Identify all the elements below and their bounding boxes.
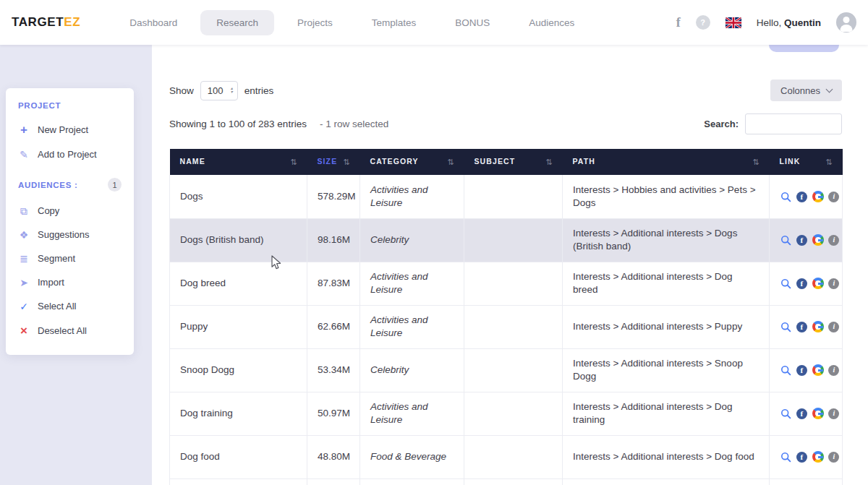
column-header-category[interactable]: CATEGORY⇅ (360, 149, 464, 175)
info-icon[interactable]: i (828, 322, 839, 332)
sidebar-item-suggestions[interactable]: ❖ Suggestions (6, 223, 134, 246)
sidebar-item-add-to-project[interactable]: ✎ Add to Project (6, 142, 134, 166)
table-row[interactable]: Dog training 50.97M Activities and Leisu… (170, 392, 843, 435)
app-logo[interactable]: TARGETEZ (12, 15, 80, 30)
cell-path: Interests > Additional interests > Dogs … (563, 218, 770, 262)
column-header-size[interactable]: SIZE⇅ (307, 149, 360, 175)
logo-primary: TARGET (12, 15, 64, 29)
cell-size: 50.97M (307, 392, 360, 435)
cell-links: f i (770, 435, 843, 478)
table-row[interactable]: f i (170, 478, 843, 485)
facebook-icon[interactable]: f (676, 15, 681, 30)
google-icon[interactable] (812, 191, 824, 202)
sidebar-item-new-project[interactable]: + New Project (6, 117, 134, 142)
nav-research[interactable]: Research (200, 10, 274, 35)
entries-select[interactable]: 100 ▴▾ (200, 81, 238, 100)
info-icon[interactable]: i (828, 235, 839, 246)
cell-category (360, 478, 464, 485)
nav-bonus[interactable]: BONUS (439, 10, 506, 35)
segment-icon: ≣ (18, 254, 30, 264)
x-icon: × (18, 325, 30, 337)
sidebar-item-deselect-all[interactable]: × Deselect All (6, 318, 134, 343)
sidebar-item-label: New Project (38, 124, 88, 135)
cell-path: Interests > Additional interests > Dog b… (563, 262, 770, 305)
google-icon[interactable] (812, 451, 824, 463)
nav-templates[interactable]: Templates (356, 10, 433, 35)
magnifier-icon[interactable] (780, 321, 791, 332)
cell-name: Dogs (British band) (170, 218, 307, 262)
nav-projects[interactable]: Projects (281, 10, 349, 35)
cell-path: Interests > Additional interests > Puppy (563, 305, 770, 348)
google-icon[interactable] (812, 234, 824, 246)
plus-icon: + (18, 124, 30, 136)
sidebar-item-segment[interactable]: ≣ Segment (6, 246, 134, 270)
table-row[interactable]: Dog food 48.80M Food & Beverage Interest… (170, 435, 843, 478)
column-header-path[interactable]: PATH⇅ (563, 149, 770, 175)
uk-flag-icon[interactable] (726, 17, 741, 28)
column-header-subject[interactable]: SUBJECT⇅ (464, 149, 563, 175)
showing-entries-text: Showing 1 to 100 of 283 entries (169, 119, 307, 129)
magnifier-icon[interactable] (780, 364, 791, 376)
help-icon[interactable]: ? (696, 15, 710, 30)
column-header-name[interactable]: NAME⇅ (170, 149, 307, 175)
table-info-bar: Showing 1 to 100 of 283 entries - 1 row … (169, 113, 842, 134)
info-icon[interactable]: i (828, 408, 839, 419)
suggestions-icon: ❖ (18, 230, 30, 240)
chevron-down-icon (826, 85, 833, 93)
magnifier-icon[interactable] (780, 408, 791, 419)
cell-links: f i (770, 262, 843, 305)
sidebar-item-import[interactable]: ➤ Import (6, 270, 134, 294)
top-navbar: TARGETEZ Dashboard Research Projects Tem… (0, 0, 868, 45)
user-avatar-icon[interactable] (836, 12, 856, 33)
spinner-arrows-icon: ▴▾ (231, 87, 233, 94)
table-row[interactable]: Dogs 578.29M Activities and Leisure Inte… (170, 175, 843, 218)
google-icon[interactable] (812, 321, 824, 332)
columns-button[interactable]: Colonnes (770, 80, 842, 101)
entries-label: entries (244, 85, 274, 96)
cell-name: Dog training (170, 392, 307, 435)
sidebar-item-label: Segment (38, 253, 75, 264)
magnifier-icon[interactable] (780, 451, 791, 463)
facebook-icon[interactable]: f (796, 322, 807, 332)
google-icon[interactable] (812, 408, 824, 419)
cell-name (170, 478, 307, 485)
import-icon: ➤ (18, 278, 30, 288)
cell-category: Activities and Leisure (360, 262, 464, 305)
nav-dashboard[interactable]: Dashboard (114, 10, 193, 35)
sort-icon: ⇅ (343, 158, 349, 167)
cell-subject (464, 305, 563, 348)
cell-size: 87.83M (307, 262, 360, 305)
table-row[interactable]: Puppy 62.66M Activities and Leisure Inte… (170, 305, 843, 348)
google-icon[interactable] (812, 364, 824, 376)
cell-links: f i (770, 478, 843, 485)
magnifier-icon[interactable] (780, 234, 791, 246)
table-row[interactable]: Snoop Dogg 53.34M Celebrity Interests > … (170, 348, 843, 392)
facebook-icon[interactable]: f (796, 192, 807, 202)
facebook-icon[interactable]: f (796, 278, 807, 289)
info-icon[interactable]: i (828, 365, 839, 376)
cell-size: 48.80M (307, 435, 360, 478)
facebook-icon[interactable]: f (796, 365, 807, 376)
logo-accent: EZ (64, 15, 80, 29)
cell-subject (464, 435, 563, 478)
facebook-icon[interactable]: f (796, 235, 807, 246)
magnifier-icon[interactable] (780, 191, 791, 202)
search-input[interactable] (745, 113, 842, 134)
info-icon[interactable]: i (828, 452, 839, 463)
cell-size (307, 478, 360, 485)
audiences-table: NAME⇅ SIZE⇅ CATEGORY⇅ SUBJECT⇅ PATH⇅ LIN… (169, 149, 843, 485)
info-icon[interactable]: i (828, 192, 839, 202)
magnifier-icon[interactable] (780, 278, 791, 289)
sidebar-item-copy[interactable]: ⧉ Copy (6, 199, 134, 223)
facebook-icon[interactable]: f (796, 408, 807, 419)
info-icon[interactable]: i (828, 278, 839, 289)
sidebar-item-select-all[interactable]: ✓ Select All (6, 294, 134, 318)
table-row[interactable]: Dogs (British band) 98.16M Celebrity Int… (170, 218, 843, 262)
facebook-icon[interactable]: f (796, 452, 807, 463)
sidebar-item-label: Deselect All (38, 325, 87, 336)
sidebar-item-label: Select All (38, 301, 76, 312)
column-header-link[interactable]: LINK⇅ (770, 149, 843, 175)
google-icon[interactable] (812, 278, 824, 289)
nav-audiences[interactable]: Audiences (513, 10, 590, 35)
table-row[interactable]: Dog breed 87.83M Activities and Leisure … (170, 262, 843, 305)
